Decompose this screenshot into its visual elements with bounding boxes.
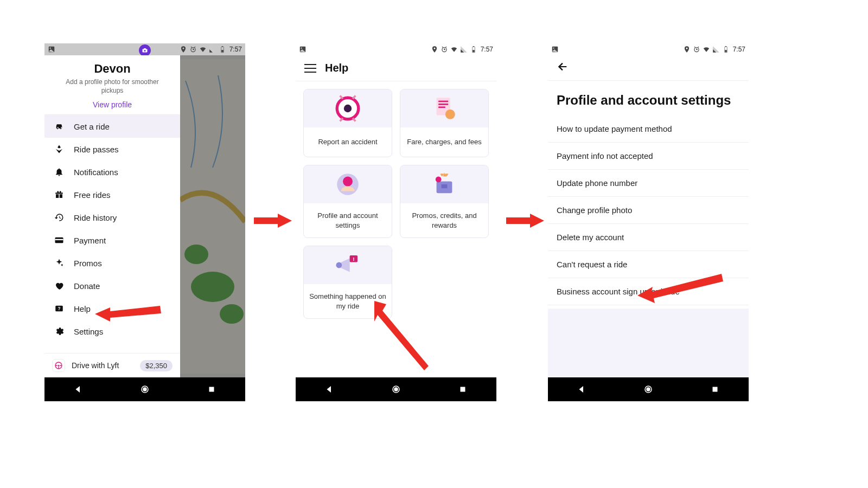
status-time: 7:57 — [733, 46, 745, 53]
help-card-fare-charges[interactable]: Fare, charges, and fees — [400, 89, 489, 157]
battery-icon — [470, 46, 477, 53]
nav-home-icon[interactable] — [140, 384, 150, 394]
card-label: Promos, credits, and rewards — [400, 203, 488, 237]
list-item[interactable]: Update phone number — [548, 170, 749, 197]
view-profile-link[interactable]: View profile — [54, 100, 170, 109]
list-item[interactable]: Delete my account — [548, 224, 749, 251]
wifi-icon — [703, 46, 710, 53]
svg-rect-32 — [438, 104, 448, 105]
menu-item-free-rides[interactable]: Free rides — [44, 183, 180, 206]
list-item[interactable]: Can't request a ride — [548, 251, 749, 278]
svg-rect-21 — [209, 387, 214, 392]
menu-label: Settings — [74, 327, 103, 336]
svg-rect-14 — [55, 239, 63, 240]
svg-rect-26 — [473, 46, 474, 47]
status-bar: 7:57 — [44, 43, 245, 55]
alarm-icon — [441, 46, 448, 53]
camera-avatar-icon — [139, 44, 151, 56]
svg-point-3 — [144, 50, 146, 52]
signal-icon — [712, 46, 720, 53]
card-label: Fare, charges, and fees — [400, 127, 488, 157]
list-item[interactable]: Change profile photo — [548, 197, 749, 224]
nav-home-icon[interactable] — [391, 384, 401, 394]
svg-rect-4 — [144, 48, 146, 49]
menu-item-payment[interactable]: Payment — [44, 229, 180, 252]
svg-text:?: ? — [58, 306, 60, 311]
help-toolbar: Help — [296, 55, 496, 81]
empty-footer-area — [548, 309, 749, 377]
drive-price-pill: $2,350 — [140, 360, 173, 371]
signal-icon — [460, 46, 468, 53]
menu-item-donate[interactable]: Donate — [44, 274, 180, 297]
screen-profile-settings: 7:57 Profile and account settings How to… — [548, 43, 749, 401]
svg-point-29 — [344, 105, 352, 112]
drawer-user-subtitle: Add a profile photo for smoother pickups — [54, 78, 170, 95]
svg-rect-54 — [713, 387, 718, 392]
alarm-icon — [189, 46, 197, 53]
battery-icon — [722, 46, 730, 53]
menu-item-get-a-ride[interactable]: Get a ride — [44, 115, 180, 138]
sparkle-icon — [54, 258, 64, 268]
menu-item-notifications[interactable]: Notifications — [44, 160, 180, 183]
svg-rect-7 — [221, 46, 222, 47]
back-arrow-icon[interactable] — [557, 61, 569, 73]
menu-label: Get a ride — [74, 122, 110, 131]
menu-label: Ride history — [74, 213, 117, 222]
list-item[interactable]: Business account sign up or issue — [548, 278, 749, 305]
ticket-icon — [54, 144, 64, 154]
svg-marker-56 — [254, 214, 292, 228]
svg-rect-27 — [473, 50, 475, 52]
list-item[interactable]: Payment info not accepted — [548, 143, 749, 170]
nav-recent-icon[interactable] — [207, 384, 216, 394]
svg-point-20 — [143, 387, 147, 391]
menu-item-ride-history[interactable]: Ride history — [44, 206, 180, 229]
location-icon — [683, 46, 691, 53]
nav-back-icon[interactable] — [577, 384, 586, 394]
wifi-icon — [450, 46, 458, 53]
avatar-icon — [333, 170, 362, 199]
menu-label: Notifications — [74, 168, 118, 177]
signal-icon — [209, 46, 216, 53]
card-label: Report an accident — [304, 127, 392, 157]
svg-text:!: ! — [353, 256, 354, 262]
svg-rect-51 — [725, 50, 727, 52]
nav-home-icon[interactable] — [643, 384, 653, 394]
location-icon — [431, 46, 438, 53]
nav-recent-icon[interactable] — [710, 384, 720, 394]
car-icon — [54, 121, 64, 131]
card-icon — [54, 235, 64, 245]
nav-recent-icon[interactable] — [458, 384, 468, 394]
drawer-footer[interactable]: Drive with Lyft $2,350 — [44, 353, 180, 377]
help-card-something-happened[interactable]: ! Something happened on my ride — [303, 246, 392, 319]
android-nav-bar — [44, 377, 245, 401]
nav-back-icon[interactable] — [73, 384, 83, 394]
svg-point-53 — [646, 387, 650, 391]
menu-label: Payment — [74, 236, 106, 245]
svg-rect-8 — [221, 50, 224, 52]
menu-item-ride-passes[interactable]: Ride passes — [44, 138, 180, 160]
menu-item-help[interactable]: ? Help — [44, 297, 180, 320]
menu-label: Ride passes — [74, 145, 119, 154]
screen-drawer: 7:57 Devon Add a profile photo for smoot… — [44, 43, 245, 401]
card-illustration — [304, 89, 392, 127]
nav-back-icon[interactable] — [324, 384, 334, 394]
svg-rect-33 — [438, 106, 445, 108]
menu-item-settings[interactable]: Settings — [44, 320, 180, 343]
screen-help: 7:57 Help Report an accident Fare, charg… — [296, 43, 496, 401]
card-label: Profile and account settings — [304, 203, 392, 237]
menu-item-promos[interactable]: Promos — [44, 252, 180, 274]
help-card-profile-account[interactable]: Profile and account settings — [303, 165, 392, 238]
help-card-promos-credits[interactable]: Promos, credits, and rewards — [400, 165, 489, 238]
card-illustration — [400, 165, 488, 203]
list-item[interactable]: How to update payment method — [548, 115, 749, 143]
image-icon — [551, 46, 559, 53]
status-bar: 7:57 — [548, 43, 749, 55]
hamburger-icon[interactable] — [304, 64, 316, 73]
help-card-report-accident[interactable]: Report an accident — [303, 89, 392, 157]
status-time: 7:57 — [481, 46, 493, 53]
svg-point-39 — [436, 177, 442, 183]
settings-list: How to update payment method Payment inf… — [548, 115, 749, 305]
battery-icon — [219, 46, 226, 53]
card-label: Something happened on my ride — [304, 284, 392, 318]
svg-rect-38 — [442, 184, 448, 188]
